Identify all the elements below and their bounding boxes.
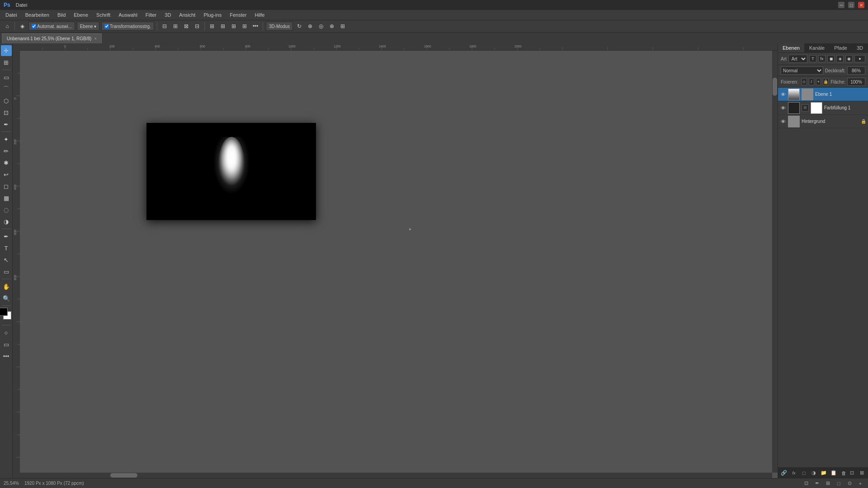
- group-btn[interactable]: 📁: [820, 469, 828, 477]
- filter-toggle[interactable]: ●: [854, 55, 865, 62]
- menu-ebene[interactable]: Ebene: [70, 11, 92, 19]
- close-button[interactable]: ✕: [858, 2, 864, 8]
- distribute2-btn[interactable]: ⊞: [218, 22, 227, 31]
- new-layer-btn[interactable]: 📋: [830, 469, 838, 477]
- lock-pixel-icon[interactable]: /: [809, 78, 814, 85]
- menu-hilfe[interactable]: Hilfe: [251, 11, 268, 19]
- fill-input[interactable]: [847, 78, 865, 86]
- menu-bild[interactable]: Bild: [54, 11, 69, 19]
- zoom-btn[interactable]: ⊕: [306, 22, 315, 31]
- text-tool[interactable]: T: [1, 243, 12, 253]
- layer-icon-1[interactable]: T: [809, 55, 816, 62]
- gradient-tool[interactable]: ▦: [1, 192, 12, 203]
- auto-select-checkbox[interactable]: [32, 24, 36, 28]
- layer-row-farbfuellung[interactable]: 👁 ⛓ Farbfüllung 1: [778, 101, 868, 115]
- history-brush-tool[interactable]: ↩: [1, 169, 12, 180]
- panel-size-btn1[interactable]: ⊡: [848, 469, 856, 477]
- status-icon-2[interactable]: ✒: [813, 479, 821, 488]
- menu-schrift[interactable]: Schrift: [93, 11, 114, 19]
- delete-layer-btn[interactable]: 🗑: [840, 469, 848, 477]
- menu-filter[interactable]: Filter: [142, 11, 160, 19]
- opacity-input[interactable]: [847, 66, 865, 75]
- blur-tool[interactable]: ◌: [1, 204, 12, 215]
- transform-checkbox[interactable]: [104, 24, 109, 28]
- maximize-button[interactable]: □: [848, 2, 854, 8]
- move-tool[interactable]: ✛: [1, 45, 12, 56]
- canvas-content[interactable]: +: [20, 51, 778, 478]
- layer-row-ebene1[interactable]: 👁 Ebene 1: [778, 88, 868, 101]
- rotate-view-btn[interactable]: ↻: [295, 22, 304, 31]
- menu-ansicht[interactable]: Ansicht: [175, 11, 199, 19]
- tool-icon-btn[interactable]: ◈: [18, 22, 27, 31]
- eraser-tool[interactable]: ◻: [1, 181, 12, 192]
- quick-mask-tool[interactable]: ○: [1, 327, 12, 338]
- status-icon-1[interactable]: ⊡: [802, 479, 810, 488]
- layer-icon-4[interactable]: ◈: [836, 55, 844, 62]
- artboard-tool[interactable]: ⊞: [1, 57, 12, 68]
- menu-3d[interactable]: 3D: [161, 11, 175, 19]
- panel-size-btn2[interactable]: ⊠: [858, 469, 866, 477]
- menu-bearbeiten[interactable]: Bearbeiten: [22, 11, 53, 19]
- path-select-tool[interactable]: ↖: [1, 254, 12, 265]
- layer-filter-select[interactable]: Art: [788, 55, 807, 63]
- doc-tab[interactable]: Unbenannt-1 bei 25,5% (Ebene 1, RGB/8) ×: [2, 33, 102, 43]
- eye-icon-farbfuellung[interactable]: 👁: [780, 105, 786, 111]
- align-right-btn[interactable]: ⊠: [182, 22, 191, 31]
- transform-controls-btn[interactable]: Transformationsstrg.: [101, 22, 154, 31]
- layer-icon-3[interactable]: ◼: [827, 55, 835, 62]
- status-icon-3[interactable]: ⊞: [824, 479, 832, 488]
- document-canvas[interactable]: [146, 123, 316, 220]
- lock-all-icon[interactable]: 🔒: [823, 78, 829, 85]
- menu-fenster[interactable]: Fenster: [226, 11, 250, 19]
- add-mask-btn[interactable]: □: [800, 469, 808, 477]
- extras-btn[interactable]: ⊕: [327, 22, 336, 31]
- canvas-area[interactable]: 0 200 400 600 800 1000 1200 1400 1600 18…: [13, 43, 778, 478]
- layer-icon-5[interactable]: ◉: [845, 55, 853, 62]
- close-tab-button[interactable]: ×: [94, 36, 97, 41]
- marquee-tool[interactable]: ▭: [1, 72, 12, 83]
- layer-dropdown-btn[interactable]: Ebene ▾: [77, 22, 99, 31]
- fx-btn[interactable]: fx: [790, 469, 798, 477]
- menu-auswahl[interactable]: Auswahl: [115, 11, 141, 19]
- align-top-btn[interactable]: ⊟: [193, 22, 202, 31]
- menu-datei[interactable]: Datei: [2, 11, 21, 19]
- align-center-btn[interactable]: ⊞: [171, 22, 180, 31]
- lasso-tool[interactable]: ⌒: [1, 84, 12, 94]
- status-icon-5[interactable]: ⊙: [845, 479, 854, 488]
- pen-tool[interactable]: ✒: [1, 231, 12, 242]
- stamp-tool[interactable]: ✱: [1, 157, 12, 168]
- horizontal-scrollbar[interactable]: [20, 473, 772, 478]
- layer-icon-2[interactable]: fx: [818, 55, 826, 62]
- zoom-tool-btn[interactable]: 🔍: [1, 293, 12, 304]
- link-layers-btn[interactable]: 🔗: [780, 469, 788, 477]
- grid-btn[interactable]: ⊞: [338, 22, 347, 31]
- distribute-btn[interactable]: ⊞: [208, 22, 217, 31]
- vertical-scrollbar[interactable]: [772, 51, 778, 473]
- adjustment-btn[interactable]: ◑: [810, 469, 818, 477]
- eye-icon-hintergrund[interactable]: 👁: [780, 118, 786, 125]
- tab-kanaele[interactable]: Kanäle: [805, 43, 830, 52]
- eye-icon-ebene1[interactable]: 👁: [780, 91, 786, 98]
- hand-tool[interactable]: ✋: [1, 281, 12, 292]
- foreground-color[interactable]: [0, 308, 8, 316]
- tab-ebenen[interactable]: Ebenen: [778, 43, 805, 52]
- distribute3-btn[interactable]: ⊞: [229, 22, 238, 31]
- 3d-mode-btn[interactable]: 3D-Modus: [266, 22, 293, 31]
- dodge-tool[interactable]: ◑: [1, 216, 12, 227]
- more-btn[interactable]: •••: [251, 22, 260, 31]
- auto-select-btn[interactable]: Automat. auswi...: [28, 22, 75, 31]
- screen-mode-btn[interactable]: ▭: [1, 339, 12, 350]
- healing-tool[interactable]: ✦: [1, 134, 12, 145]
- object-select-tool[interactable]: ⬡: [1, 95, 12, 106]
- lock-position-icon[interactable]: ⊹: [802, 78, 807, 85]
- status-icon-6[interactable]: +: [856, 479, 864, 488]
- tab-3d[interactable]: 3D: [852, 43, 868, 52]
- minimize-button[interactable]: ─: [838, 2, 844, 8]
- menu-datei[interactable]: Datei: [13, 2, 30, 8]
- lock-art-icon[interactable]: +: [816, 78, 821, 85]
- align-left-btn[interactable]: ⊟: [160, 22, 169, 31]
- snap-btn[interactable]: ◎: [316, 22, 326, 31]
- status-icon-4[interactable]: □: [835, 479, 843, 488]
- menu-plugins[interactable]: Plug-ins: [200, 11, 225, 19]
- tab-pfade[interactable]: Pfade: [830, 43, 852, 52]
